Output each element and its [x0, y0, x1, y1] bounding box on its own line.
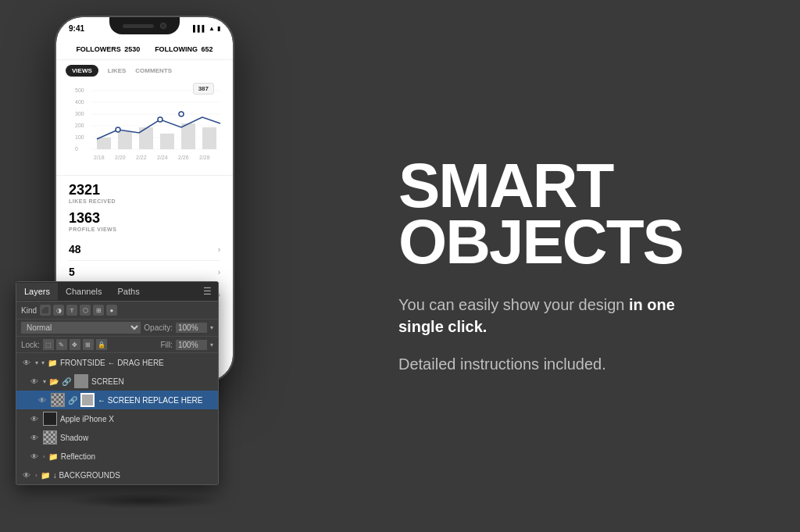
tabs-row: VIEWS LIKES COMMENTS — [56, 60, 233, 81]
battery-icon: ▮ — [217, 25, 220, 32]
svg-rect-15 — [160, 134, 174, 149]
tab-layers[interactable]: Layers — [16, 283, 58, 300]
folder-icon3: 📁 — [48, 452, 58, 461]
layers-kind-row: Kind ⬛ ◑ T ⬡ ⊞ ● — [16, 302, 218, 320]
lock-transparent-icon[interactable]: ⬚ — [43, 339, 54, 350]
tab-comments[interactable]: COMMENTS — [135, 67, 172, 74]
tab-likes[interactable]: LIKES — [108, 67, 127, 74]
expand-icon5[interactable]: › — [35, 472, 38, 479]
layer-name-frontside: FRONTSIDE ← DRAG HERE — [60, 359, 164, 367]
stat3-number: 48 — [69, 243, 81, 255]
description1: You can easily show your design in one s… — [398, 294, 680, 337]
blend-row: Normal Opacity: 100% ▾ — [16, 320, 218, 337]
opacity-input[interactable]: 100% — [176, 323, 207, 333]
layer-item-frontside[interactable]: 👁 ▾ ▾ 📁 FRONTSIDE ← DRAG HERE — [16, 353, 218, 372]
chart-svg: 500 400 300 200 100 0 — [69, 84, 227, 162]
eye-icon4[interactable]: 👁 — [29, 415, 40, 423]
folder-icon: 📁 — [48, 359, 57, 367]
svg-text:300: 300 — [75, 111, 84, 116]
layer-name-backgrounds: ↓ BACKGROUNDS — [53, 471, 120, 480]
kind-label: Kind — [21, 306, 37, 315]
svg-text:2/24: 2/24 — [157, 155, 168, 160]
layer-item-shadow[interactable]: 👁 Shadow — [16, 428, 218, 447]
iphone-notch — [109, 17, 180, 34]
stat3-row[interactable]: 48 › — [69, 238, 220, 261]
stat4-number: 5 — [69, 266, 75, 278]
eye-icon[interactable]: 👁 — [21, 359, 32, 367]
layer-name-screen: SCREEN — [91, 377, 124, 386]
chain-icon: 🔗 — [62, 377, 71, 386]
svg-text:100: 100 — [75, 134, 84, 140]
lock-label: Lock: — [21, 341, 40, 349]
svg-point-18 — [116, 127, 120, 132]
screen-replace-thumb — [80, 393, 95, 407]
tab-views[interactable]: VIEWS — [66, 65, 98, 77]
layer-item-screen[interactable]: 👁 ▾ 📂 🔗 SCREEN — [16, 372, 218, 391]
screen-thumb — [74, 374, 88, 388]
eye-icon5[interactable]: 👁 — [29, 434, 40, 442]
right-side: SMART OBJECTS You can easily show your d… — [359, 127, 800, 406]
lock-move-icon[interactable]: ✥ — [70, 339, 80, 350]
svg-text:2/28: 2/28 — [199, 155, 210, 160]
layer-name-iphone: Apple iPhone X — [60, 415, 114, 423]
tab-channels[interactable]: Channels — [58, 283, 109, 300]
layer-item-backgrounds[interactable]: 👁 › 📁 ↓ BACKGROUNDS — [16, 466, 218, 484]
shape-filter-icon[interactable]: ⬡ — [80, 305, 91, 316]
lock-row: Lock: ⬚ ✎ ✥ ⊞ 🔒 Fill: ▾ — [16, 337, 218, 353]
desc1-plain: You can easily show your design — [398, 296, 629, 313]
svg-text:400: 400 — [75, 99, 84, 105]
eye-icon2[interactable]: 👁 — [29, 377, 40, 386]
notch-speaker — [123, 24, 154, 28]
smart-filter-icon[interactable]: ⊞ — [93, 305, 104, 316]
svg-point-20 — [179, 112, 184, 116]
svg-rect-14 — [139, 127, 153, 149]
following-item: FOLLOWING 652 — [155, 45, 212, 53]
stat1-label: LIKES RECIVED — [69, 198, 220, 204]
expand-icon3[interactable]: ▾ — [43, 378, 46, 385]
layer-item-screen-replace[interactable]: 👁 🔗 ← SCREEN REPLACE HERE — [16, 391, 218, 409]
expand-icon4[interactable]: › — [43, 453, 45, 460]
svg-rect-13 — [118, 131, 132, 149]
chart-area: 387 500 400 300 200 100 0 — [56, 81, 233, 175]
svg-text:2/26: 2/26 — [178, 155, 189, 160]
svg-text:0: 0 — [75, 146, 78, 152]
pixel-filter-icon[interactable]: ⬛ — [40, 305, 51, 316]
following-label: FOLLOWING — [155, 45, 198, 53]
chevron-right-icon: › — [218, 245, 220, 254]
followers-item: FOLLOWERS 2530 — [76, 45, 140, 53]
svg-point-19 — [158, 117, 162, 122]
panel-menu-icon[interactable]: ☰ — [197, 282, 218, 301]
heading-line2: OBJECTS — [398, 207, 683, 277]
stat2-label: PROFILE VIEWS — [69, 227, 220, 232]
eye-icon7[interactable]: 👁 — [21, 471, 32, 480]
layer-name-reflection: Reflection — [61, 452, 95, 461]
expand-icon2[interactable]: ▾ — [41, 359, 45, 366]
layer-item-iphone[interactable]: 👁 Apple iPhone X — [16, 409, 218, 428]
shadow-thumb — [43, 430, 57, 445]
blend-mode-select[interactable]: Normal — [21, 322, 141, 334]
lock-paint-icon[interactable]: ✎ — [56, 339, 67, 350]
followers-bar: FOLLOWERS 2530 FOLLOWING 652 — [56, 39, 233, 60]
eye-icon6[interactable]: 👁 — [29, 452, 40, 461]
fill-input[interactable] — [176, 340, 207, 350]
effect-filter-icon[interactable]: ● — [106, 305, 117, 316]
layers-panel: Layers Channels Paths ☰ Kind ⬛ ◑ T ⬡ ⊞ ● — [16, 281, 219, 485]
lock-artboard-icon[interactable]: ⊞ — [83, 339, 94, 350]
svg-rect-16 — [181, 123, 195, 149]
eye-icon3[interactable]: 👁 — [37, 396, 48, 405]
stat4-row[interactable]: 5 › — [69, 261, 220, 284]
lock-all-icon[interactable]: 🔒 — [96, 339, 107, 350]
layer-item-reflection[interactable]: 👁 › 📁 Reflection — [16, 447, 218, 466]
opacity-label: Opacity: — [144, 323, 173, 332]
adjustment-filter-icon[interactable]: ◑ — [53, 305, 64, 316]
stat1-number: 2321 — [69, 182, 220, 198]
main-container: 9:41 ▌▌▌ ▲ ▮ FOLLOWERS 2 — [0, 0, 800, 532]
text-filter-icon[interactable]: T — [66, 305, 77, 316]
stat2-number: 1363 — [69, 210, 220, 227]
notch-camera — [160, 23, 166, 29]
expand-icon[interactable]: ▾ — [35, 359, 38, 366]
tab-paths[interactable]: Paths — [110, 283, 148, 300]
following-value: 652 — [202, 45, 213, 53]
chain-icon2: 🔗 — [68, 396, 77, 405]
smart-thumb — [51, 393, 65, 407]
